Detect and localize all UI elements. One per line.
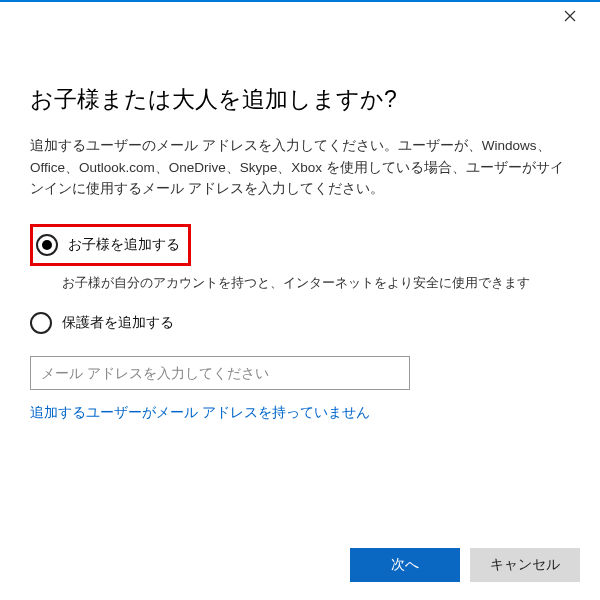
titlebar (0, 0, 600, 30)
radio-dot-icon (42, 240, 52, 250)
no-email-link[interactable]: 追加するユーザーがメール アドレスを持っていません (30, 404, 570, 422)
cancel-button[interactable]: キャンセル (470, 548, 580, 582)
close-button[interactable] (550, 2, 590, 30)
description-text: 追加するユーザーのメール アドレスを入力してください。ユーザーが、Windows… (30, 135, 570, 200)
radio-label-child: お子様を追加する (68, 236, 180, 254)
radio-add-adult[interactable]: 保護者を追加する (30, 308, 570, 338)
next-button[interactable]: 次へ (350, 548, 460, 582)
dialog-content: お子様または大人を追加しますか? 追加するユーザーのメール アドレスを入力してく… (0, 30, 600, 422)
child-hint-text: お子様が自分のアカウントを持つと、インターネットをより安全に使用できます (62, 274, 570, 292)
highlight-box: お子様を追加する (30, 224, 191, 266)
button-bar: 次へ キャンセル (350, 548, 580, 582)
radio-add-child[interactable]: お子様を追加する (36, 230, 180, 260)
radio-icon (36, 234, 58, 256)
page-title: お子様または大人を追加しますか? (30, 84, 570, 115)
radio-icon (30, 312, 52, 334)
email-field[interactable] (30, 356, 410, 390)
close-icon (564, 10, 576, 22)
radio-label-adult: 保護者を追加する (62, 314, 174, 332)
account-type-group: お子様を追加する お子様が自分のアカウントを持つと、インターネットをより安全に使… (30, 224, 570, 338)
